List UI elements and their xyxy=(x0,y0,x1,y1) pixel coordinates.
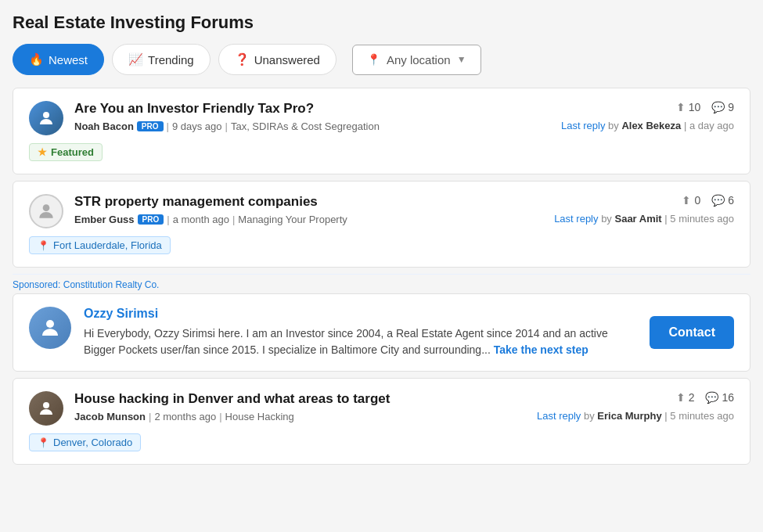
post-card: STR property management companies Ember … xyxy=(13,181,750,268)
location-name: Fort Lauderdale, Florida xyxy=(53,239,162,251)
comment-icon: 💬 xyxy=(711,101,725,113)
avatar xyxy=(29,391,63,426)
pro-badge: PRO xyxy=(138,214,164,225)
comment-count: 💬 6 xyxy=(711,194,734,207)
comment-icon: 💬 xyxy=(705,391,718,404)
post-stats: ⬆ 10 💬 9 xyxy=(676,101,734,113)
location-pin-icon: 📍 xyxy=(38,437,49,448)
upvote-icon: ⬆ xyxy=(676,391,686,404)
post-title[interactable]: House hacking in Denver and what areas t… xyxy=(74,391,537,407)
comments-value: 9 xyxy=(728,101,734,113)
post-content: STR property management companies Ember … xyxy=(74,194,554,225)
vote-count: ⬆ 10 xyxy=(676,101,701,113)
post-content: Are You an Investor Friendly Tax Pro? No… xyxy=(74,101,561,132)
location-badge: 📍 Denver, Colorado xyxy=(29,433,141,451)
pro-badge: PRO xyxy=(137,121,164,131)
comments-value: 6 xyxy=(728,194,734,207)
svg-point-3 xyxy=(43,402,49,408)
location-name: Denver, Colorado xyxy=(53,437,132,448)
location-dropdown[interactable]: 📍 Any location ▼ xyxy=(352,45,481,75)
fire-icon: 🔥 xyxy=(29,52,44,66)
location-pin-icon: 📍 xyxy=(367,53,380,66)
post-right: ⬆ 0 💬 6 Last reply by Saar Amit | 5 xyxy=(554,194,734,225)
post-card: House hacking in Denver and what areas t… xyxy=(13,378,750,465)
last-reply: Last reply by Erica Murphy | 5 minutes a… xyxy=(537,410,734,422)
stats-row: ⬆ 0 💬 6 xyxy=(682,194,734,207)
upvote-icon: ⬆ xyxy=(682,194,691,207)
post-title[interactable]: STR property management companies xyxy=(74,194,554,210)
post-time: 9 days ago xyxy=(172,120,222,132)
post-category[interactable]: Tax, SDIRAs & Cost Segregation xyxy=(231,120,380,132)
post-title[interactable]: Are You an Investor Friendly Tax Pro? xyxy=(74,101,561,117)
last-reply-time: 5 minutes ago xyxy=(670,410,734,422)
post-right: ⬆ 2 💬 16 Last reply by Erica Murphy | xyxy=(537,391,734,422)
vote-count: ⬆ 0 xyxy=(682,194,700,207)
post-meta: Ember Guss PRO | a month ago | Managing … xyxy=(74,214,554,225)
last-reply-label: Last reply xyxy=(537,410,581,422)
sponsor-header: Ozzy Sirimsi Hi Everybody, Ozzy Sirimsi … xyxy=(29,307,734,358)
votes-value: 0 xyxy=(694,194,700,207)
filter-bar: 🔥 Newest 📈 Trending ❓ Unanswered 📍 Any l… xyxy=(13,44,750,75)
vote-count: ⬆ 2 xyxy=(676,391,695,404)
svg-point-2 xyxy=(46,320,54,328)
last-replier-name: Alex Bekeza xyxy=(621,120,681,131)
featured-label: Featured xyxy=(51,146,94,158)
trending-filter-button[interactable]: 📈 Trending xyxy=(112,44,211,75)
author-name: Jacob Munson xyxy=(74,411,146,422)
avatar xyxy=(29,194,63,228)
comment-count: 💬 16 xyxy=(705,391,734,404)
chevron-down-icon: ▼ xyxy=(457,54,466,65)
svg-point-1 xyxy=(43,204,50,211)
trending-label: Trending xyxy=(148,53,194,66)
post-stats: ⬆ 0 💬 6 xyxy=(682,194,734,207)
sponsored-card: Ozzy Sirimsi Hi Everybody, Ozzy Sirimsi … xyxy=(13,293,750,372)
location-dropdown-label: Any location xyxy=(387,53,451,66)
sponsored-label: Sponsored: Constitution Realty Co. xyxy=(13,274,750,293)
post-category[interactable]: House Hacking xyxy=(225,411,294,422)
post-card: Are You an Investor Friendly Tax Pro? No… xyxy=(13,88,750,174)
post-meta: Noah Bacon PRO | 9 days ago | Tax, SDIRA… xyxy=(74,120,561,132)
sponsor-cta[interactable]: Take the next step xyxy=(494,343,588,356)
trending-icon: 📈 xyxy=(128,52,143,66)
author-name: Noah Bacon xyxy=(74,120,134,132)
sponsor-avatar xyxy=(29,307,71,349)
unanswered-filter-button[interactable]: ❓ Unanswered xyxy=(218,44,337,75)
newest-label: Newest xyxy=(49,53,88,66)
featured-badge: ★ Featured xyxy=(29,143,103,161)
post-meta: Jacob Munson | 2 months ago | House Hack… xyxy=(74,411,537,422)
comment-icon: 💬 xyxy=(711,194,725,207)
votes-value: 10 xyxy=(689,101,701,113)
post-content: House hacking in Denver and what areas t… xyxy=(74,391,537,422)
stats-row: ⬆ 10 💬 9 xyxy=(676,101,734,113)
location-pin-icon: 📍 xyxy=(38,240,49,251)
last-replier-name: Erica Murphy xyxy=(597,410,661,422)
author-name: Ember Guss xyxy=(74,214,135,225)
post-time: a month ago xyxy=(173,214,229,225)
votes-value: 2 xyxy=(689,391,695,404)
sponsor-description: Hi Everybody, Ozzy Sirimsi here. I am an… xyxy=(84,325,637,358)
post-stats: ⬆ 2 💬 16 xyxy=(676,391,734,404)
newest-filter-button[interactable]: 🔥 Newest xyxy=(13,44,104,75)
last-reply-label: Last reply xyxy=(561,120,605,131)
last-reply-time: a day ago xyxy=(689,120,734,131)
question-icon: ❓ xyxy=(235,52,250,66)
sponsor-body: Ozzy Sirimsi Hi Everybody, Ozzy Sirimsi … xyxy=(84,307,637,358)
last-reply-time: 5 minutes ago xyxy=(670,213,734,225)
svg-point-0 xyxy=(43,112,49,118)
last-reply-label: Last reply xyxy=(554,213,598,225)
page-title: Real Estate Investing Forums xyxy=(13,13,750,33)
post-right: ⬆ 10 💬 9 Last reply by Alex Bekeza | xyxy=(561,101,734,131)
contact-button[interactable]: Contact xyxy=(650,316,734,349)
last-reply: Last reply by Saar Amit | 5 minutes ago xyxy=(554,213,734,225)
comments-value: 16 xyxy=(722,391,734,404)
sponsor-name: Ozzy Sirimsi xyxy=(84,307,637,321)
location-badge: 📍 Fort Lauderdale, Florida xyxy=(29,236,171,254)
post-category[interactable]: Managing Your Property xyxy=(238,214,347,225)
comment-count: 💬 9 xyxy=(711,101,734,113)
avatar xyxy=(29,101,63,135)
stats-row: ⬆ 2 💬 16 xyxy=(676,391,734,404)
unanswered-label: Unanswered xyxy=(254,53,320,66)
post-time: 2 months ago xyxy=(154,411,216,422)
last-replier-name: Saar Amit xyxy=(614,213,661,225)
last-reply: Last reply by Alex Bekeza | a day ago xyxy=(561,120,734,131)
